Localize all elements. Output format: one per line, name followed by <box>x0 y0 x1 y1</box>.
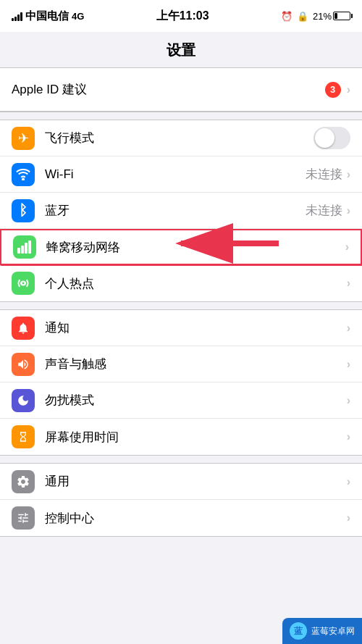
lock-icon: 🔒 <box>297 11 308 22</box>
page-header: 设置 <box>0 32 362 67</box>
watermark-logo: 蓝 <box>290 622 307 640</box>
battery-percent: 21% <box>313 11 332 22</box>
bluetooth-value: 未连接 <box>306 202 342 219</box>
cellular-label: 蜂窝移动网络 <box>46 239 345 256</box>
wifi-label: Wi-Fi <box>45 167 306 182</box>
notifications-icon <box>12 317 35 340</box>
wifi-row[interactable]: Wi-Fi 未连接 › <box>0 156 362 193</box>
general-row[interactable]: 通用 › <box>0 464 362 500</box>
dnd-icon <box>12 389 35 412</box>
hotspot-icon <box>12 272 35 295</box>
battery-icon <box>333 12 350 20</box>
wifi-icon <box>12 163 35 186</box>
screentime-label: 屏幕使用时间 <box>45 429 347 446</box>
sound-row[interactable]: 声音与触感 › <box>0 346 362 382</box>
apple-id-text: Apple ID 建议 <box>12 81 325 98</box>
general-icon <box>12 470 35 493</box>
watermark-text: 蓝莓安卓网 <box>311 625 355 637</box>
connectivity-section: ✈ 飞行模式 Wi-Fi 未连接 › ᛒ 蓝牙 未连接 › <box>0 120 362 302</box>
bluetooth-label: 蓝牙 <box>45 202 306 219</box>
svg-rect-3 <box>28 241 31 254</box>
bluetooth-chevron: › <box>347 204 350 217</box>
dnd-row[interactable]: 勿扰模式 › <box>0 382 362 419</box>
controlcenter-label: 控制中心 <box>45 510 347 527</box>
svg-rect-2 <box>25 243 28 254</box>
airplane-toggle[interactable] <box>313 127 350 149</box>
svg-rect-0 <box>17 248 20 254</box>
general-chevron: › <box>347 475 350 488</box>
battery-fill <box>334 13 337 19</box>
time-label: 上午11:03 <box>156 9 209 24</box>
controlcenter-chevron: › <box>347 511 350 524</box>
sound-chevron: › <box>347 358 350 371</box>
notifications-chevron: › <box>347 322 350 335</box>
status-right: ⏰ 🔒 21% <box>281 11 350 22</box>
screentime-chevron: › <box>347 430 350 443</box>
apple-id-row[interactable]: Apple ID 建议 3 › <box>0 68 362 112</box>
hotspot-label: 个人热点 <box>45 275 347 292</box>
controlcenter-row[interactable]: 控制中心 › <box>0 500 362 536</box>
watermark: 蓝 蓝莓安卓网 <box>282 618 362 644</box>
apple-id-section: Apple ID 建议 3 › <box>0 67 362 112</box>
apple-id-label: Apple ID 建议 <box>12 83 87 96</box>
toggle-knob <box>315 128 334 148</box>
screentime-row[interactable]: 屏幕使用时间 › <box>0 419 362 455</box>
status-left: 中国电信 4G <box>12 9 84 23</box>
notifications-section: 通知 › 声音与触感 › 勿扰模式 › 屏幕使用时间 <box>0 309 362 456</box>
cellular-row[interactable]: 蜂窝移动网络 › <box>0 229 362 265</box>
alarm-icon: ⏰ <box>281 11 292 22</box>
svg-rect-1 <box>21 246 24 254</box>
apple-id-chevron: › <box>347 83 350 96</box>
sound-label: 声音与触感 <box>45 356 347 372</box>
hotspot-row[interactable]: 个人热点 › <box>0 265 362 301</box>
apple-id-badge: 3 <box>325 82 341 98</box>
signal-icon <box>12 11 22 21</box>
bluetooth-icon: ᛒ <box>12 199 35 222</box>
airplane-label: 飞行模式 <box>45 130 313 146</box>
sound-icon <box>12 353 35 376</box>
general-section: 通用 › 控制中心 › <box>0 463 362 537</box>
dnd-label: 勿扰模式 <box>45 392 347 409</box>
hotspot-chevron: › <box>347 277 350 290</box>
carrier-label: 中国电信 <box>25 9 69 23</box>
airplane-icon: ✈ <box>12 127 35 150</box>
battery-container: 21% <box>313 11 350 22</box>
notifications-label: 通知 <box>45 319 347 336</box>
cellular-icon <box>13 235 36 259</box>
cellular-chevron: › <box>345 241 349 254</box>
screentime-icon <box>12 425 35 448</box>
airplane-mode-row[interactable]: ✈ 飞行模式 <box>0 120 362 156</box>
controlcenter-icon <box>12 506 35 530</box>
status-bar: 中国电信 4G 上午11:03 ⏰ 🔒 21% <box>0 0 362 32</box>
page-title: 设置 <box>167 42 195 58</box>
apple-id-badge-area: 3 › <box>325 82 350 98</box>
bluetooth-row[interactable]: ᛒ 蓝牙 未连接 › <box>0 193 362 229</box>
notifications-row[interactable]: 通知 › <box>0 310 362 346</box>
dnd-chevron: › <box>347 394 350 407</box>
wifi-value: 未连接 <box>306 166 342 183</box>
general-label: 通用 <box>45 473 347 490</box>
network-type-label: 4G <box>72 11 84 22</box>
wifi-chevron: › <box>347 168 350 181</box>
